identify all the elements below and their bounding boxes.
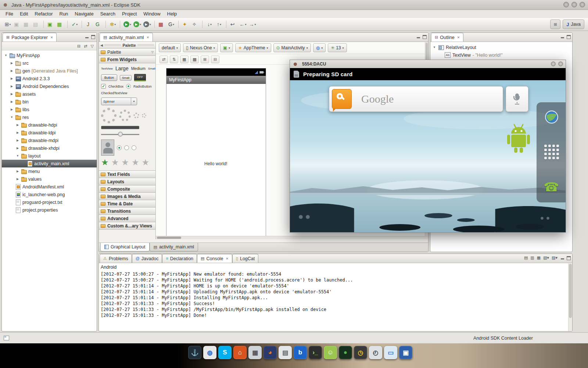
- show-grid-button[interactable]: ▦: [180, 56, 189, 63]
- rating-star-icon[interactable]: ★: [101, 158, 109, 167]
- chevron-down-icon[interactable]: ▾: [114, 23, 116, 26]
- tree-item-res[interactable]: ▼ res: [2, 113, 97, 121]
- emulator-minimize-button[interactable]: [551, 61, 556, 66]
- menu-project[interactable]: Project: [119, 10, 140, 18]
- expand-arrow-icon[interactable]: ▶: [10, 61, 14, 65]
- search-icon[interactable]: [332, 89, 352, 109]
- coverage-button[interactable]: ▦ ▾: [157, 20, 166, 29]
- palette-progressbar-medium[interactable]: [119, 110, 131, 121]
- dock-firefox[interactable]: ◕: [263, 346, 277, 359]
- palette-spinner[interactable]: Spinner ▼: [101, 98, 137, 105]
- expand-arrow-icon[interactable]: ▶: [16, 146, 19, 150]
- tab-logcat[interactable]: ▯ LogCat ✕: [232, 254, 258, 263]
- menu-edit[interactable]: Edit: [17, 10, 31, 18]
- tree-item-android-2-3-3[interactable]: ▶ Android 2.3.3: [2, 75, 97, 82]
- rating-star-icon[interactable]: ★: [111, 158, 119, 167]
- rating-star-icon[interactable]: ★: [142, 158, 150, 167]
- minimize-view-button[interactable]: [560, 35, 564, 39]
- expand-arrow-icon[interactable]: ▶: [10, 100, 14, 103]
- expand-arrow-icon[interactable]: ▶: [10, 77, 14, 80]
- save-all-button[interactable]: ▦ ▾: [22, 20, 32, 29]
- chevron-down-icon[interactable]: ▾: [9, 23, 11, 26]
- collapse-palette-button[interactable]: ◀: [100, 43, 103, 47]
- activity-button[interactable]: ⊙ MainActivity ▾: [273, 43, 311, 52]
- palette-radiogroup[interactable]: [117, 145, 122, 150]
- tab-javadoc[interactable]: @ Javadoc ✕: [132, 254, 162, 263]
- palette-togglebutton[interactable]: OFF: [134, 74, 146, 81]
- chevron-down-icon[interactable]: ▾: [173, 23, 174, 26]
- window-maximize-button[interactable]: [571, 2, 577, 7]
- expand-arrow-icon[interactable]: ▶: [10, 85, 14, 88]
- expand-arrow-icon[interactable]: ▶: [16, 170, 19, 173]
- maximize-view-button[interactable]: [567, 256, 571, 260]
- dock-clock[interactable]: ◷: [354, 346, 367, 359]
- tree-item-drawable-ldpi[interactable]: ▶ drawable-ldpi: [2, 129, 97, 137]
- tree-item-ic-launcher-web-png[interactable]: ic_launcher-web.png: [2, 191, 97, 198]
- open-console-button[interactable]: ▨▾: [552, 256, 557, 260]
- expand-arrow-icon[interactable]: ▶: [10, 69, 14, 72]
- canvas-horizontal-scrollbar[interactable]: [156, 236, 428, 239]
- palette-section-custom-ary-views[interactable]: Custom &...ary Views: [99, 222, 155, 230]
- chevron-down-icon[interactable]: ▾: [140, 23, 141, 26]
- rating-star-icon[interactable]: ★: [121, 158, 129, 167]
- menu-window[interactable]: Window: [140, 10, 164, 18]
- open-perspective-button[interactable]: ⊞: [550, 20, 560, 29]
- expand-arrow-icon[interactable]: ▶: [16, 123, 19, 127]
- new-java-class-button[interactable]: G ▾: [94, 20, 103, 29]
- palette-progressbar-small[interactable]: [133, 113, 139, 118]
- snap-grid-button[interactable]: ▩: [190, 56, 199, 63]
- palette-progressbar-xsmall[interactable]: [142, 113, 146, 118]
- tree-item-gen[interactable]: ▶ gen [Generated Java Files]: [2, 67, 97, 75]
- rating-star-icon[interactable]: ★: [132, 158, 139, 167]
- window-close-button[interactable]: [580, 2, 585, 7]
- palette-checkedtextview[interactable]: CheckedTextView: [101, 91, 127, 95]
- palette-radiobutton[interactable]: RadioButton: [133, 85, 152, 88]
- dock-anchor[interactable]: ⚓: [188, 346, 201, 359]
- chevron-down-icon[interactable]: ▾: [130, 23, 131, 26]
- emulator-close-button[interactable]: [558, 61, 563, 66]
- forward-button[interactable]: → ▾: [248, 20, 257, 29]
- palette-quickcontactbadge[interactable]: [101, 139, 114, 156]
- locale-button[interactable]: ◍ ▾: [313, 43, 326, 52]
- tree-item-drawable-hdpi[interactable]: ▶ drawable-hdpi: [2, 121, 97, 129]
- close-icon[interactable]: ✕: [50, 36, 53, 39]
- dock-editor[interactable]: ▤: [279, 346, 292, 359]
- run-external-button[interactable]: ▶ ▾: [142, 20, 152, 29]
- menu-search[interactable]: Search: [97, 10, 119, 18]
- palette-textview-medium[interactable]: Medium: [131, 66, 146, 71]
- palette-progressbar-horizontal[interactable]: [101, 126, 139, 129]
- palette-textview-small[interactable]: Small: [148, 67, 155, 70]
- new-wizard-button[interactable]: ✲ ▾: [108, 20, 118, 29]
- tree-item-bin[interactable]: ▶ bin: [2, 98, 97, 106]
- palette-handle[interactable]: ◀ Palette: [99, 42, 155, 49]
- palette-root-header[interactable]: Palette ▽: [99, 48, 155, 56]
- tree-item-drawable-xhdpi[interactable]: ▶ drawable-xhdpi: [2, 144, 97, 152]
- radio-icon[interactable]: [126, 84, 131, 89]
- tab-console[interactable]: ▤ Console ✕: [197, 254, 232, 263]
- maximize-editor-button[interactable]: [423, 35, 427, 39]
- minimize-view-button[interactable]: [85, 35, 89, 39]
- window-minimize-button[interactable]: [563, 2, 569, 7]
- tree-item-activity-main-xml[interactable]: activity_main.xml: [2, 160, 97, 167]
- dock-android[interactable]: ☺: [324, 346, 337, 359]
- print-button[interactable]: ▤ ▾: [32, 20, 41, 29]
- close-icon[interactable]: ✕: [147, 36, 150, 39]
- tree-item-src[interactable]: ▶ src: [2, 59, 97, 67]
- tree-item-drawable-mdpi[interactable]: ▶ drawable-mdpi: [2, 137, 97, 144]
- menu-navigate[interactable]: Navigate: [71, 10, 97, 18]
- menu-file[interactable]: File: [2, 10, 17, 18]
- tree-item-proguard-project-txt[interactable]: proguard-project.txt: [2, 198, 97, 206]
- palette-button[interactable]: Button: [101, 74, 117, 81]
- palette-textview-large[interactable]: Large: [115, 66, 129, 71]
- dock-camera[interactable]: ●: [339, 346, 352, 359]
- chevron-down-icon[interactable]: ▾: [255, 23, 256, 26]
- new-android-project-button[interactable]: ▣ ▾: [46, 20, 55, 29]
- tab-declaration[interactable]: ≡ Declaration ✕: [162, 254, 197, 263]
- tree-item-project-properties[interactable]: project.properties: [2, 206, 97, 214]
- tab-outline[interactable]: ⊟ Outline ✕: [431, 33, 463, 42]
- goto-button[interactable]: G ▾: [166, 20, 176, 29]
- chevron-down-icon[interactable]: ▾: [76, 23, 78, 26]
- menu-run[interactable]: Run: [56, 10, 72, 18]
- tab-package-explorer[interactable]: ⊞ Package Explorer ✕: [3, 33, 57, 42]
- tree-item-menu[interactable]: ▶ menu: [2, 167, 97, 175]
